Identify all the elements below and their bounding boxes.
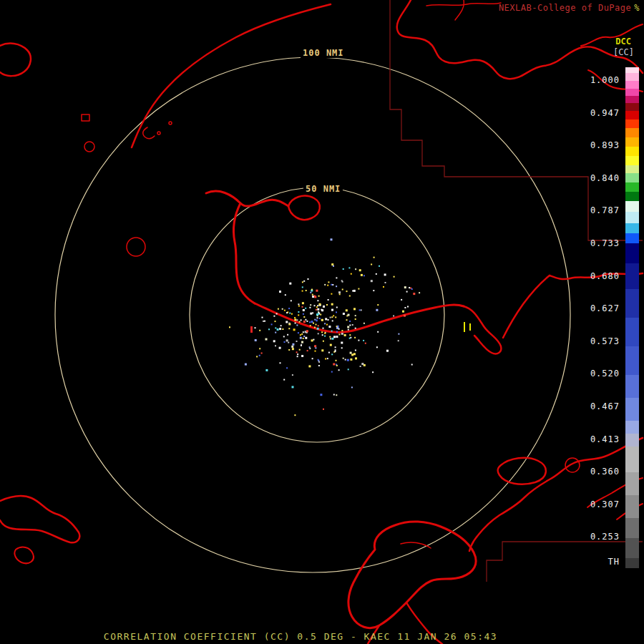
radar-echo <box>294 414 296 416</box>
radar-echo <box>394 276 395 278</box>
radar-echo <box>309 321 311 323</box>
radar-echo <box>372 371 374 373</box>
radar-echo <box>409 287 410 288</box>
radar-echo <box>374 257 375 258</box>
colorbar-segment <box>625 518 639 538</box>
radar-echo <box>329 336 331 338</box>
radar-echo <box>324 284 326 286</box>
radar-echo <box>314 319 316 321</box>
radar-echo <box>273 316 275 317</box>
radar-echo <box>296 341 298 342</box>
radar-echo <box>331 316 333 318</box>
radar-echo <box>311 289 313 291</box>
colorbar-tick-label: 0.733 <box>590 238 620 248</box>
radar-echo <box>350 358 352 361</box>
radar-echo <box>288 323 290 324</box>
radar-echo <box>245 364 247 366</box>
radar-echo <box>297 353 298 355</box>
lake-outline <box>565 458 580 472</box>
colorbar-segment <box>625 223 639 233</box>
colorbar-segment <box>625 289 639 318</box>
radar-echo <box>324 336 326 337</box>
radar-echo <box>341 347 343 348</box>
radar-echo <box>275 327 276 328</box>
radar-echo <box>307 350 308 351</box>
radar-echo <box>338 333 340 335</box>
radar-echo <box>323 306 325 308</box>
colorbar-segment <box>625 173 639 182</box>
radar-echo <box>308 278 309 280</box>
radar-echo <box>328 319 329 321</box>
radar-echo <box>411 288 413 290</box>
coastline-path <box>581 24 643 46</box>
inner-ring-label: 50 NMI <box>303 184 343 194</box>
product-code-label: DCC <box>615 36 631 47</box>
radar-echo <box>276 313 278 315</box>
radar-echo <box>401 299 402 301</box>
radar-echo <box>300 334 301 336</box>
radar-echo <box>263 321 264 322</box>
radar-echo <box>306 321 308 322</box>
radar-echo <box>296 325 298 326</box>
radar-echo <box>338 328 340 330</box>
radar-echo <box>288 308 290 309</box>
colorbar-segment <box>625 447 639 472</box>
radar-echo <box>359 309 361 311</box>
radar-echo <box>310 325 311 326</box>
radar-echo <box>325 358 326 360</box>
radar-echo <box>322 334 323 336</box>
colorbar-segment <box>625 81 639 89</box>
lake-outline <box>84 142 94 152</box>
radar-display: 100 NMI 50 NMI NEXLAB-College of DuPage%… <box>0 0 644 644</box>
radar-echo <box>376 309 378 311</box>
colorbar-segment <box>625 398 639 421</box>
radar-echo <box>335 351 336 352</box>
radar-echo <box>298 311 299 313</box>
radar-echo <box>298 306 300 307</box>
radar-echo <box>288 328 290 329</box>
radar-echo <box>284 310 286 311</box>
radar-echo <box>301 319 302 321</box>
radar-echo <box>330 317 331 318</box>
colorbar-segment <box>625 495 639 518</box>
radar-echo <box>364 323 365 324</box>
radar-echo <box>336 394 337 396</box>
coastline-path <box>464 306 501 353</box>
radar-echo <box>358 340 359 341</box>
radar-echo <box>344 334 346 336</box>
brand-logo-mark: % <box>634 3 640 13</box>
radar-echo <box>301 333 303 335</box>
radar-echo <box>317 308 319 311</box>
radar-echo <box>326 304 328 306</box>
coastline-path <box>288 196 320 220</box>
colorbar-segment <box>625 472 639 495</box>
radar-echo <box>371 280 373 282</box>
coastline-path <box>0 496 79 542</box>
colorbar-segment <box>625 182 639 192</box>
radar-echo <box>336 365 338 366</box>
radar-echo <box>371 264 372 265</box>
radar-echo <box>302 281 303 283</box>
radar-echo <box>277 328 279 331</box>
radar-echo <box>319 303 321 306</box>
colorbar-tick-label: 0.680 <box>590 271 620 281</box>
radar-echo <box>299 321 301 323</box>
coastline-path <box>255 303 464 332</box>
radar-echo <box>324 333 326 334</box>
radar-echo <box>361 363 364 365</box>
radar-echo <box>301 345 302 346</box>
radar-echo <box>288 342 289 343</box>
radar-echo <box>383 286 384 288</box>
radar-echo <box>353 308 356 310</box>
radar-echo <box>298 303 299 305</box>
radar-echo <box>295 323 296 324</box>
radar-echo <box>331 263 333 265</box>
colorbar-tick-label: 0.627 <box>590 303 620 313</box>
radar-echo <box>386 350 389 352</box>
radar-echo <box>286 367 288 369</box>
radar-echo <box>300 337 302 339</box>
radar-echo <box>328 299 329 301</box>
radar-echo <box>288 349 290 351</box>
colorbar-segment <box>625 67 639 73</box>
radar-echo <box>349 334 351 336</box>
